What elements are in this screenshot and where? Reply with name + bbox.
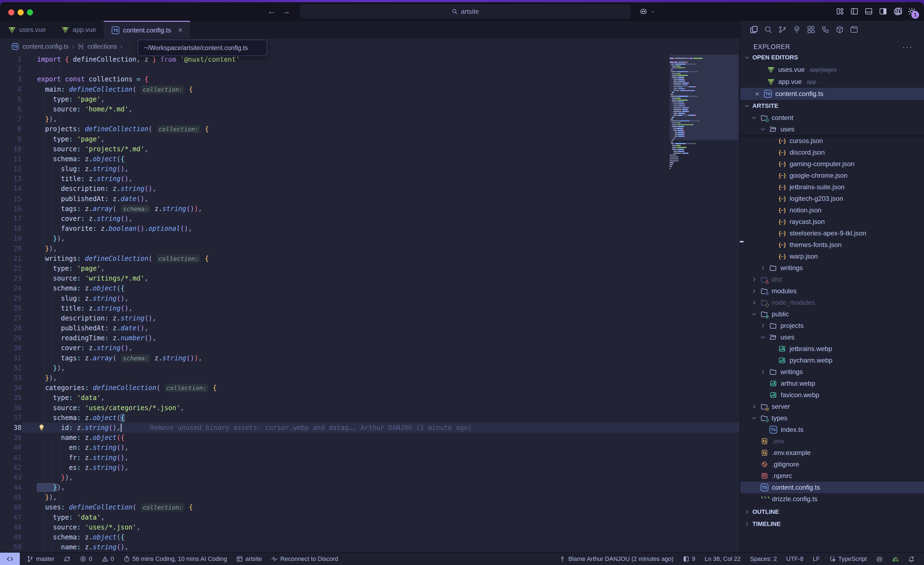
code-editor[interactable]: 1import { defineCollection, z } from '@n… <box>0 54 740 552</box>
code-line-31[interactable]: 31 tags: z.array( schema: z.string()), <box>0 353 740 363</box>
code-line-11[interactable]: 11 schema: z.object({ <box>0 154 740 164</box>
status-item-typescript[interactable]: TypeScript <box>829 555 867 562</box>
code-line-26[interactable]: 26 title: z.string(), <box>0 304 740 313</box>
code-line-28[interactable]: 28 publishedAt: z.date(), <box>0 323 740 333</box>
tree-item-content[interactable]: content <box>740 112 924 123</box>
status-item-spaces-2[interactable]: Spaces: 2 <box>750 555 777 562</box>
status-item-nuxt[interactable] <box>892 556 899 562</box>
tree-item-jetbrains-suite.json[interactable]: {··} jetbrains-suite.json <box>740 181 924 193</box>
code-line-32[interactable]: 32 }), <box>0 363 740 373</box>
status-item-0[interactable]: 0 <box>102 555 114 562</box>
code-line-47[interactable]: 47 type: 'data', <box>0 512 740 522</box>
status-item-lf[interactable]: LF <box>813 555 820 562</box>
status-item-master[interactable]: master <box>27 555 54 562</box>
outline-header[interactable]: OUTLINE <box>740 506 924 518</box>
references-icon[interactable] <box>821 25 830 34</box>
navigate-forward-icon[interactable]: → <box>282 7 290 16</box>
project-root-header[interactable]: ARTSITE <box>740 100 924 112</box>
minimize-window-button[interactable] <box>18 9 24 15</box>
code-line-14[interactable]: 14 description: z.string(), <box>0 184 740 194</box>
status-item-blame-arthur-danjou-2-minutes-[interactable]: Blame Arthur DANJOU (2 minutes ago) <box>559 555 674 562</box>
tree-item-public[interactable]: public <box>740 308 924 320</box>
sash-handle[interactable] <box>740 241 744 242</box>
status-item-9[interactable]: 9 <box>683 555 695 562</box>
navigate-back-icon[interactable]: ← <box>267 7 276 16</box>
code-line-12[interactable]: 12 slug: z.string(), <box>0 164 740 174</box>
code-line-24[interactable]: 24 schema: z.object({ <box>0 283 740 293</box>
split-editor-icon[interactable] <box>895 7 903 15</box>
tree-item-arthur.webp[interactable]: arthur.webp <box>740 378 924 389</box>
tree-item-projects[interactable]: projects <box>740 320 924 332</box>
tree-item-.env.example[interactable]: .env.example <box>740 447 924 458</box>
code-line-48[interactable]: 48 source: 'uses/*.json', <box>0 522 740 532</box>
zoom-window-button[interactable] <box>27 9 33 15</box>
code-line-30[interactable]: 30 cover: z.string(), <box>0 343 740 353</box>
tree-item-notion.json[interactable]: {··} notion.json <box>740 204 924 216</box>
close-window-button[interactable] <box>8 9 14 15</box>
files-icon[interactable] <box>750 25 758 34</box>
status-item-ln-38-col-22[interactable]: Ln 38, Col 22 <box>705 555 741 562</box>
code-line-29[interactable]: 29 readingTime: z.number(), <box>0 333 740 343</box>
tab-content.config.ts[interactable]: TScontent.config.ts × <box>104 21 190 39</box>
library-folder-icon[interactable] <box>850 25 858 34</box>
timeline-header[interactable]: TIMELINE <box>740 518 924 530</box>
status-item-0[interactable]: 0 <box>80 555 92 562</box>
tree-item-jetbrains.webp[interactable]: jetbrains.webp <box>740 343 924 355</box>
explorer-more-icon[interactable]: ··· <box>902 42 913 51</box>
source-control-icon[interactable] <box>778 25 787 34</box>
code-line-18[interactable]: 18 favorite: z.boolean().optional(), <box>0 224 740 233</box>
chevron-down-icon[interactable] <box>650 9 656 14</box>
tree-item-index.ts[interactable]: TS index.ts <box>740 424 924 436</box>
code-line-44[interactable]: 44 }), <box>0 482 740 492</box>
code-line-36[interactable]: 36 source: 'uses/categories/*.json', <box>0 403 740 413</box>
open-editors-header[interactable]: OPEN EDITORS <box>740 51 924 63</box>
status-item-reconnect-to-discord[interactable]: Reconnect to Discord <box>271 555 338 562</box>
tab-uses.vue[interactable]: uses.vue <box>0 21 53 39</box>
code-line-42[interactable]: 42 es: z.string(), <box>0 463 740 473</box>
status-item-utf-8[interactable]: UTF-8 <box>786 555 803 562</box>
tree-item-favicon.webp[interactable]: favicon.webp <box>740 389 924 401</box>
more-actions-icon[interactable]: ··· <box>912 9 916 14</box>
tree-item-modules[interactable]: modules <box>740 285 924 297</box>
tree-item-writings[interactable]: writings <box>740 366 924 378</box>
code-line-38[interactable]: 38 id: z.string(),Remove unused binary a… <box>0 423 740 433</box>
copilot-icon[interactable] <box>639 7 648 15</box>
open-editor-app.vue[interactable]: app.vue app <box>740 76 924 88</box>
tree-item-google-chrome.json[interactable]: {··} google-chrome.json <box>740 170 924 181</box>
lightbulb-icon[interactable] <box>38 424 45 431</box>
code-line-37[interactable]: 37 schema: z.object({ <box>0 413 740 423</box>
code-line-9[interactable]: 9 type: 'page', <box>0 134 740 144</box>
tree-item-uses[interactable]: uses <box>740 332 924 343</box>
status-item-56-mins-coding-10-mins-ai-codi[interactable]: 56 mins Coding, 10 mins AI Coding <box>123 555 227 562</box>
code-line-25[interactable]: 25 slug: z.string(), <box>0 293 740 304</box>
code-line-49[interactable]: 49 schema: z.object({ <box>0 532 740 542</box>
tree-item-steelseries-apex-9-tkl.json[interactable]: {··} steelseries-apex-9-tkl.json <box>740 227 924 239</box>
code-line-10[interactable]: 10 source: 'projects/*.md', <box>0 144 740 154</box>
command-center-search[interactable]: artsite <box>300 5 630 18</box>
toggle-secondary-sidebar-icon[interactable] <box>879 7 887 15</box>
code-line-40[interactable]: 40 en: z.string(), <box>0 443 740 452</box>
code-line-27[interactable]: 27 description: z.string(), <box>0 313 740 323</box>
tree-item-pycharm.webp[interactable]: pycharm.webp <box>740 355 924 366</box>
extensions-icon[interactable] <box>807 25 815 34</box>
tree-item-discord.json[interactable]: {··} discord.json <box>740 147 924 158</box>
code-line-8[interactable]: 8 projects: defineCollection( collection… <box>0 124 740 134</box>
close-tab-icon[interactable]: × <box>178 26 182 35</box>
open-editor-uses.vue[interactable]: uses.vue app/pages <box>740 63 924 76</box>
code-line-46[interactable]: 46 uses: defineCollection( collection: { <box>0 502 740 512</box>
breadcrumb-file[interactable]: content.config.ts <box>22 43 69 50</box>
tree-item-node_modules[interactable]: node_modules <box>740 297 924 308</box>
open-editor-content.config.ts[interactable]: × TScontent.config.ts <box>740 88 924 100</box>
code-line-41[interactable]: 41 fr: z.string(), <box>0 453 740 463</box>
status-item-sync[interactable] <box>64 556 70 562</box>
tree-item-warp.json[interactable]: {··} warp.json <box>740 251 924 262</box>
tree-item-writings[interactable]: writings <box>740 262 924 274</box>
code-line-34[interactable]: 34 categories: defineCollection( collect… <box>0 383 740 393</box>
tree-item-themes-fonts.json[interactable]: {··} themes-fonts.json <box>740 239 924 251</box>
code-line-17[interactable]: 17 cover: z.string(), <box>0 214 740 224</box>
code-line-43[interactable]: 43 }), <box>0 473 740 482</box>
layout-customize-icon[interactable] <box>836 7 844 15</box>
code-line-15[interactable]: 15 publishedAt: z.date(), <box>0 194 740 204</box>
tree-item-.env[interactable]: .env <box>740 436 924 447</box>
tree-item-content.config.ts[interactable]: TS content.config.ts <box>740 482 924 493</box>
